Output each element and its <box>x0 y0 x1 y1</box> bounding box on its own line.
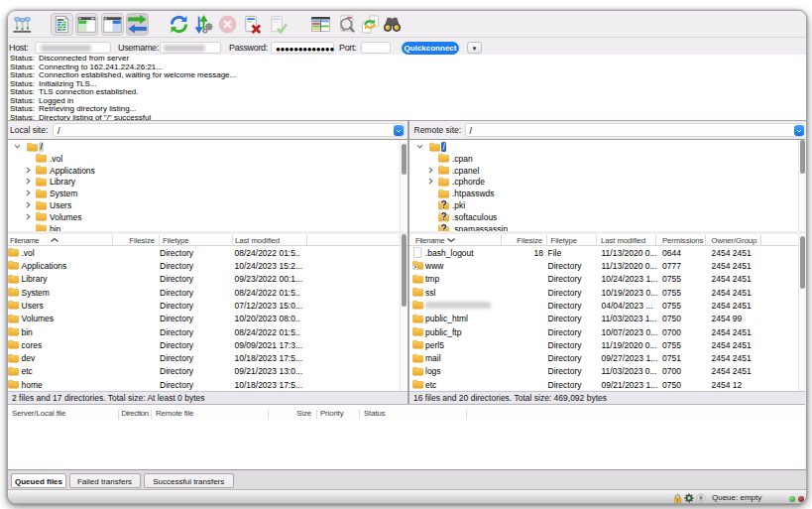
svg-text:?: ? <box>440 211 446 222</box>
svg-text:?: ? <box>440 223 446 231</box>
svg-text:?: ? <box>440 199 446 210</box>
